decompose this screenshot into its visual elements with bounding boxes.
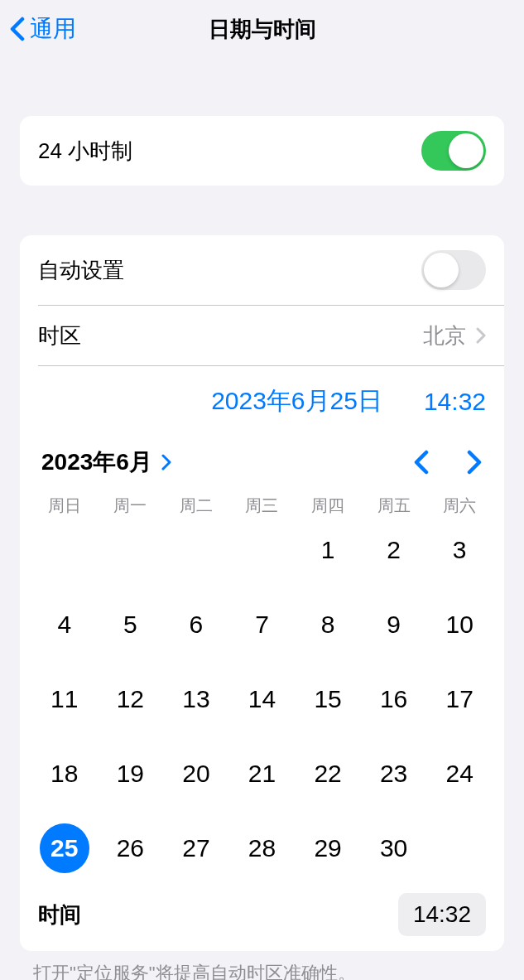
- day-cell[interactable]: 14: [229, 673, 296, 726]
- day-number: 4: [40, 600, 89, 649]
- timezone-value: 北京: [423, 321, 466, 350]
- day-number: 19: [105, 749, 155, 799]
- day-cell[interactable]: 30: [361, 822, 427, 875]
- day-number: 28: [237, 823, 286, 873]
- weekday-label: 周日: [31, 495, 98, 517]
- footer-note: 打开"定位服务"将提高自动时区准确性。: [0, 951, 524, 980]
- day-number: 5: [105, 600, 155, 649]
- datetime-row: 2023年6月25日 14:32: [20, 366, 504, 430]
- day-number: 25: [40, 823, 89, 873]
- twenty-four-hour-label: 24 小时制: [38, 137, 132, 166]
- day-number: 26: [105, 823, 155, 873]
- day-cell[interactable]: 27: [163, 822, 229, 875]
- day-number: 15: [303, 674, 353, 724]
- day-number: 24: [435, 749, 484, 799]
- day-cell[interactable]: 8: [295, 598, 361, 651]
- day-number: 20: [171, 749, 221, 799]
- day-cell[interactable]: 17: [426, 673, 493, 726]
- day-cell[interactable]: 25: [31, 822, 98, 875]
- prev-month-button[interactable]: [413, 450, 430, 475]
- day-cell[interactable]: 10: [426, 598, 493, 651]
- day-number: 6: [171, 600, 221, 649]
- day-cell[interactable]: 2: [361, 524, 427, 577]
- day-cell[interactable]: 19: [98, 747, 164, 800]
- timezone-row[interactable]: 时区 北京: [20, 306, 504, 365]
- toggle-knob: [424, 253, 459, 287]
- twenty-four-hour-toggle[interactable]: [421, 131, 486, 171]
- day-cell[interactable]: 16: [361, 673, 427, 726]
- weekday-label: 周一: [98, 495, 164, 517]
- empty-day-cell: [163, 524, 229, 577]
- page-title: 日期与时间: [209, 15, 316, 44]
- time-display[interactable]: 14:32: [424, 388, 486, 416]
- chevron-left-icon: [10, 17, 25, 41]
- day-cell[interactable]: 11: [31, 673, 98, 726]
- empty-day-cell: [98, 524, 164, 577]
- auto-set-label: 自动设置: [38, 256, 124, 285]
- day-number: 23: [369, 749, 419, 799]
- day-number: 11: [40, 674, 89, 724]
- weekday-label: 周三: [229, 495, 296, 517]
- time-label: 时间: [38, 900, 81, 929]
- day-cell[interactable]: 12: [98, 673, 164, 726]
- day-number: 12: [105, 674, 155, 724]
- day-number: 2: [369, 525, 419, 575]
- day-number: 14: [237, 674, 286, 724]
- day-number: 18: [40, 749, 89, 799]
- day-cell[interactable]: 9: [361, 598, 427, 651]
- day-cell[interactable]: 20: [163, 747, 229, 800]
- day-number: 1: [303, 525, 353, 575]
- back-button[interactable]: 通用: [10, 13, 76, 45]
- day-cell[interactable]: 21: [229, 747, 296, 800]
- time-picker[interactable]: 14:32: [398, 893, 486, 936]
- chevron-right-icon: [161, 454, 172, 471]
- day-cell[interactable]: 3: [426, 524, 493, 577]
- month-selector[interactable]: 2023年6月: [41, 447, 172, 478]
- day-number: 8: [303, 600, 353, 649]
- day-cell[interactable]: 24: [426, 747, 493, 800]
- weekday-label: 周六: [426, 495, 493, 517]
- empty-day-cell: [229, 524, 296, 577]
- day-number: 22: [303, 749, 353, 799]
- day-cell[interactable]: 7: [229, 598, 296, 651]
- day-cell[interactable]: 22: [295, 747, 361, 800]
- day-cell[interactable]: 23: [361, 747, 427, 800]
- month-title-label: 2023年6月: [41, 447, 152, 478]
- day-number: 10: [435, 600, 484, 649]
- day-cell[interactable]: 6: [163, 598, 229, 651]
- day-number: 13: [171, 674, 221, 724]
- back-label: 通用: [30, 13, 76, 45]
- next-month-button[interactable]: [466, 450, 483, 475]
- auto-set-toggle[interactable]: [421, 250, 486, 290]
- auto-set-row: 自动设置: [20, 235, 504, 305]
- weekday-label: 周二: [163, 495, 229, 517]
- day-number: 9: [369, 600, 419, 649]
- day-number: 21: [237, 749, 286, 799]
- day-cell[interactable]: 1: [295, 524, 361, 577]
- weekday-label: 周五: [361, 495, 427, 517]
- day-cell[interactable]: 5: [98, 598, 164, 651]
- day-cell[interactable]: 4: [31, 598, 98, 651]
- empty-day-cell: [31, 524, 98, 577]
- day-number: 7: [237, 600, 286, 649]
- date-display[interactable]: 2023年6月25日: [211, 384, 382, 418]
- day-number: 17: [435, 674, 484, 724]
- day-cell[interactable]: 13: [163, 673, 229, 726]
- weekday-label: 周四: [295, 495, 361, 517]
- day-number: 3: [435, 525, 484, 575]
- toggle-knob: [449, 133, 483, 168]
- day-number: 30: [369, 823, 419, 873]
- day-cell[interactable]: 26: [98, 822, 164, 875]
- chevron-right-icon: [476, 327, 486, 344]
- twenty-four-hour-row: 24 小时制: [20, 116, 504, 186]
- timezone-label: 时区: [38, 321, 81, 350]
- day-cell[interactable]: 18: [31, 747, 98, 800]
- day-cell[interactable]: 28: [229, 822, 296, 875]
- day-number: 16: [369, 674, 419, 724]
- day-cell[interactable]: 15: [295, 673, 361, 726]
- day-cell[interactable]: 29: [295, 822, 361, 875]
- day-number: 29: [303, 823, 353, 873]
- day-number: 27: [171, 823, 221, 873]
